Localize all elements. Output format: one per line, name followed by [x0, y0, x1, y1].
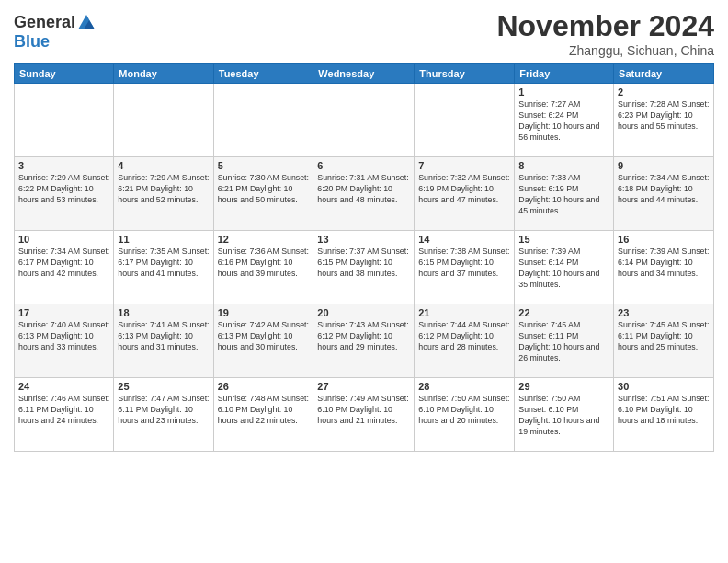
day-info: Sunrise: 7:48 AM Sunset: 6:10 PM Dayligh… [218, 394, 310, 427]
day-number: 12 [218, 234, 310, 245]
day-number: 19 [218, 307, 310, 318]
day-info: Sunrise: 7:40 AM Sunset: 6:13 PM Dayligh… [18, 320, 109, 353]
calendar-cell-w3-d4: 13Sunrise: 7:37 AM Sunset: 6:15 PM Dayli… [313, 231, 415, 304]
calendar-cell-w3-d1: 10Sunrise: 7:34 AM Sunset: 6:17 PM Dayli… [15, 231, 114, 304]
day-info: Sunrise: 7:35 AM Sunset: 6:17 PM Dayligh… [118, 247, 209, 280]
day-number: 5 [218, 160, 310, 171]
calendar-table: Sunday Monday Tuesday Wednesday Thursday… [14, 63, 714, 452]
day-info: Sunrise: 7:50 AM Sunset: 6:10 PM Dayligh… [418, 394, 510, 427]
day-number: 27 [317, 381, 410, 392]
day-number: 18 [118, 307, 209, 318]
calendar-cell-w5-d5: 28Sunrise: 7:50 AM Sunset: 6:10 PM Dayli… [415, 378, 515, 452]
logo-general: General [14, 13, 75, 31]
header-monday: Monday [114, 64, 213, 84]
day-info: Sunrise: 7:39 AM Sunset: 6:14 PM Dayligh… [618, 247, 710, 280]
day-info: Sunrise: 7:50 AM Sunset: 6:10 PM Dayligh… [518, 394, 609, 438]
calendar-cell-w5-d2: 25Sunrise: 7:47 AM Sunset: 6:11 PM Dayli… [114, 378, 213, 452]
calendar-cell-w4-d2: 18Sunrise: 7:41 AM Sunset: 6:13 PM Dayli… [114, 304, 213, 378]
day-number: 3 [18, 160, 109, 171]
calendar-cell-w1-d2 [114, 84, 213, 157]
calendar-cell-w5-d6: 29Sunrise: 7:50 AM Sunset: 6:10 PM Dayli… [515, 378, 614, 452]
page-container: General Blue November 2024 Zhanggu, Sich… [0, 0, 728, 461]
calendar-week-3: 10Sunrise: 7:34 AM Sunset: 6:17 PM Dayli… [15, 231, 714, 304]
calendar-cell-w2-d4: 6Sunrise: 7:31 AM Sunset: 6:20 PM Daylig… [313, 157, 415, 231]
calendar-week-2: 3Sunrise: 7:29 AM Sunset: 6:22 PM Daylig… [15, 157, 714, 231]
logo-blue: Blue [14, 32, 50, 51]
day-number: 4 [118, 160, 209, 171]
day-info: Sunrise: 7:33 AM Sunset: 6:19 PM Dayligh… [518, 173, 609, 217]
day-info: Sunrise: 7:29 AM Sunset: 6:21 PM Dayligh… [118, 173, 209, 206]
calendar-cell-w3-d5: 14Sunrise: 7:38 AM Sunset: 6:15 PM Dayli… [415, 231, 515, 304]
day-info: Sunrise: 7:34 AM Sunset: 6:17 PM Dayligh… [18, 247, 109, 280]
calendar-cell-w4-d4: 20Sunrise: 7:43 AM Sunset: 6:12 PM Dayli… [313, 304, 415, 378]
calendar-cell-w4-d1: 17Sunrise: 7:40 AM Sunset: 6:13 PM Dayli… [15, 304, 114, 378]
calendar-cell-w2-d7: 9Sunrise: 7:34 AM Sunset: 6:18 PM Daylig… [614, 157, 714, 231]
location: Zhanggu, Sichuan, China [496, 43, 714, 58]
day-info: Sunrise: 7:27 AM Sunset: 6:24 PM Dayligh… [518, 99, 609, 144]
day-number: 30 [618, 381, 710, 392]
day-info: Sunrise: 7:47 AM Sunset: 6:11 PM Dayligh… [118, 394, 209, 427]
day-number: 9 [618, 160, 710, 171]
day-number: 29 [518, 381, 609, 392]
day-info: Sunrise: 7:28 AM Sunset: 6:23 PM Dayligh… [618, 99, 710, 132]
day-info: Sunrise: 7:51 AM Sunset: 6:10 PM Dayligh… [618, 394, 710, 427]
day-number: 10 [18, 234, 109, 245]
calendar-cell-w4-d3: 19Sunrise: 7:42 AM Sunset: 6:13 PM Dayli… [213, 304, 313, 378]
calendar-cell-w5-d7: 30Sunrise: 7:51 AM Sunset: 6:10 PM Dayli… [614, 378, 714, 452]
calendar-cell-w3-d7: 16Sunrise: 7:39 AM Sunset: 6:14 PM Dayli… [614, 231, 714, 304]
title-section: November 2024 Zhanggu, Sichuan, China [496, 9, 714, 58]
day-info: Sunrise: 7:39 AM Sunset: 6:14 PM Dayligh… [518, 247, 609, 291]
day-number: 23 [618, 307, 710, 318]
calendar-cell-w4-d6: 22Sunrise: 7:45 AM Sunset: 6:11 PM Dayli… [515, 304, 614, 378]
day-number: 24 [18, 381, 109, 392]
calendar-cell-w2-d1: 3Sunrise: 7:29 AM Sunset: 6:22 PM Daylig… [15, 157, 114, 231]
day-number: 21 [418, 307, 510, 318]
day-number: 13 [317, 234, 410, 245]
logo-icon [76, 13, 97, 33]
calendar-cell-w5-d1: 24Sunrise: 7:46 AM Sunset: 6:11 PM Dayli… [15, 378, 114, 452]
calendar-week-1: 1Sunrise: 7:27 AM Sunset: 6:24 PM Daylig… [15, 84, 714, 157]
header-wednesday: Wednesday [313, 64, 415, 84]
calendar-cell-w3-d3: 12Sunrise: 7:36 AM Sunset: 6:16 PM Dayli… [213, 231, 313, 304]
day-number: 7 [418, 160, 510, 171]
day-number: 2 [618, 86, 710, 98]
calendar-week-5: 24Sunrise: 7:46 AM Sunset: 6:11 PM Dayli… [15, 378, 714, 452]
day-info: Sunrise: 7:46 AM Sunset: 6:11 PM Dayligh… [18, 394, 109, 427]
calendar-cell-w4-d5: 21Sunrise: 7:44 AM Sunset: 6:12 PM Dayli… [415, 304, 515, 378]
calendar-cell-w1-d4 [313, 84, 415, 157]
calendar-cell-w1-d3 [213, 84, 313, 157]
day-number: 26 [218, 381, 310, 392]
calendar-cell-w5-d3: 26Sunrise: 7:48 AM Sunset: 6:10 PM Dayli… [213, 378, 313, 452]
calendar-header-row: Sunday Monday Tuesday Wednesday Thursday… [15, 64, 714, 84]
day-info: Sunrise: 7:36 AM Sunset: 6:16 PM Dayligh… [218, 247, 310, 280]
day-number: 1 [518, 86, 609, 98]
day-number: 8 [518, 160, 609, 171]
header-saturday: Saturday [614, 64, 714, 84]
day-number: 28 [418, 381, 510, 392]
day-number: 20 [317, 307, 410, 318]
month-title: November 2024 [496, 9, 714, 43]
day-info: Sunrise: 7:32 AM Sunset: 6:19 PM Dayligh… [418, 173, 510, 206]
calendar-cell-w1-d6: 1Sunrise: 7:27 AM Sunset: 6:24 PM Daylig… [515, 84, 614, 157]
calendar-cell-w1-d1 [15, 84, 114, 157]
day-info: Sunrise: 7:42 AM Sunset: 6:13 PM Dayligh… [218, 320, 310, 353]
header-friday: Friday [515, 64, 614, 84]
calendar-cell-w3-d2: 11Sunrise: 7:35 AM Sunset: 6:17 PM Dayli… [114, 231, 213, 304]
day-info: Sunrise: 7:37 AM Sunset: 6:15 PM Dayligh… [317, 247, 410, 280]
day-info: Sunrise: 7:31 AM Sunset: 6:20 PM Dayligh… [317, 173, 410, 206]
day-number: 25 [118, 381, 209, 392]
calendar-cell-w1-d5 [415, 84, 515, 157]
day-info: Sunrise: 7:38 AM Sunset: 6:15 PM Dayligh… [418, 247, 510, 280]
day-info: Sunrise: 7:34 AM Sunset: 6:18 PM Dayligh… [618, 173, 710, 206]
day-number: 15 [518, 234, 609, 245]
day-info: Sunrise: 7:29 AM Sunset: 6:22 PM Dayligh… [18, 173, 109, 206]
calendar-cell-w2-d2: 4Sunrise: 7:29 AM Sunset: 6:21 PM Daylig… [114, 157, 213, 231]
calendar-cell-w2-d5: 7Sunrise: 7:32 AM Sunset: 6:19 PM Daylig… [415, 157, 515, 231]
day-number: 16 [618, 234, 710, 245]
day-number: 11 [118, 234, 209, 245]
header-thursday: Thursday [415, 64, 515, 84]
header-sunday: Sunday [15, 64, 114, 84]
day-info: Sunrise: 7:45 AM Sunset: 6:11 PM Dayligh… [518, 320, 609, 364]
header-tuesday: Tuesday [213, 64, 313, 84]
day-info: Sunrise: 7:49 AM Sunset: 6:10 PM Dayligh… [317, 394, 410, 427]
